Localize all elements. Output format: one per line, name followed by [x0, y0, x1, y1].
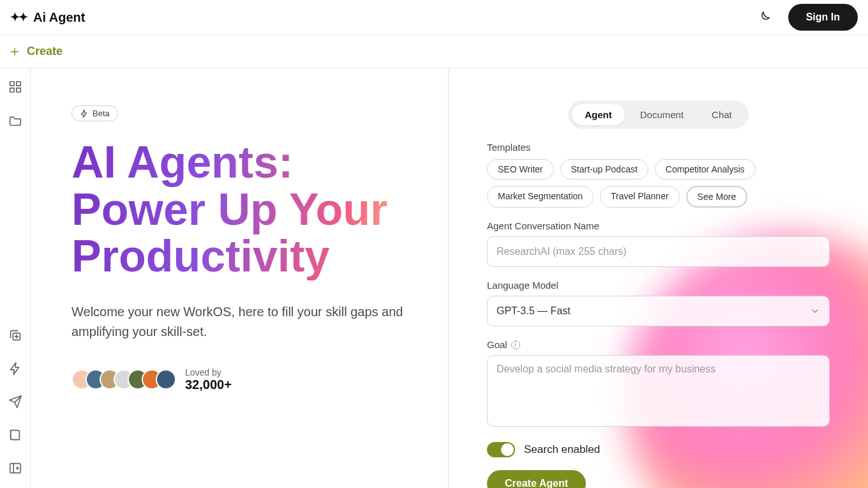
template-seo-writer[interactable]: SEO Writer — [487, 159, 554, 179]
copy-plus-icon[interactable] — [8, 328, 22, 342]
hero-title-line2: Power Up Your — [71, 185, 387, 234]
templates-label: Templates — [487, 142, 830, 153]
hero-title-line3: Productivity — [71, 231, 330, 281]
rail-top-group — [8, 80, 22, 127]
search-enabled-row: Search enabled — [487, 442, 830, 457]
language-model-field: Language Model GPT-3.5 — Fast — [487, 280, 830, 326]
svg-rect-2 — [10, 88, 13, 92]
tab-agent-label: Agent — [585, 109, 612, 120]
templates-chips: SEO Writer Start-up Podcast Competitor A… — [487, 159, 830, 208]
search-enabled-toggle[interactable] — [487, 442, 515, 457]
rail-bottom-group — [8, 328, 22, 488]
toggle-knob — [501, 443, 514, 456]
sign-in-button[interactable]: Sign In — [788, 4, 858, 31]
beta-label: Beta — [93, 109, 110, 118]
panel-collapse-icon[interactable] — [8, 461, 22, 475]
loved-by-section: Loved by 32,000+ — [71, 367, 412, 392]
template-see-more[interactable]: See More — [686, 186, 748, 208]
search-enabled-label: Search enabled — [524, 443, 600, 456]
create-agent-button[interactable]: Create Agent — [487, 470, 586, 488]
beta-badge: Beta — [71, 105, 118, 121]
avatar — [156, 369, 176, 390]
goal-field: Goal i — [487, 339, 830, 429]
send-icon[interactable] — [8, 395, 22, 409]
loved-by-label: Loved by — [185, 367, 232, 377]
moon-icon — [757, 10, 771, 24]
brand-name: Ai Agent — [33, 10, 85, 25]
brand: ✦✦ Ai Agent — [10, 10, 85, 25]
top-right: Sign In — [752, 4, 858, 31]
sparkle-icon: ✦✦ — [10, 11, 27, 23]
template-competitor-analysis[interactable]: Competitor Analysis — [655, 159, 756, 179]
tab-chat-label: Chat — [712, 109, 732, 120]
tab-document[interactable]: Document — [627, 104, 696, 125]
language-model-select[interactable]: GPT-3.5 — Fast — [487, 296, 830, 326]
folder-icon[interactable] — [8, 113, 22, 127]
mode-tabs: Agent Document Chat — [568, 100, 749, 129]
hero-pane: Beta AI Agents: Power Up Your Productivi… — [31, 68, 449, 488]
conv-name-input[interactable] — [487, 236, 830, 267]
avatar-stack — [71, 369, 176, 390]
hero-title: AI Agents: Power Up Your Productivity — [71, 139, 412, 280]
goal-textarea[interactable] — [487, 355, 830, 427]
bolt-small-icon — [80, 109, 89, 118]
config-pane: Agent Document Chat Templates SEO Writer… — [449, 68, 868, 488]
sign-in-label: Sign In — [806, 11, 840, 22]
dashboard-icon[interactable] — [8, 80, 22, 94]
language-model-value: GPT-3.5 — Fast — [497, 305, 571, 317]
templates-field: Templates SEO Writer Start-up Podcast Co… — [487, 142, 830, 208]
conv-name-field: Agent Conversation Name — [487, 220, 830, 267]
bolt-icon[interactable] — [8, 362, 22, 376]
template-startup-podcast[interactable]: Start-up Podcast — [560, 159, 648, 179]
config-inner: Agent Document Chat Templates SEO Writer… — [487, 100, 830, 488]
create-agent-label: Create Agent — [505, 478, 568, 488]
info-icon[interactable]: i — [511, 340, 520, 349]
top-bar: ✦✦ Ai Agent Sign In — [0, 0, 868, 35]
chevron-down-icon — [810, 306, 820, 316]
svg-rect-3 — [16, 88, 20, 92]
tab-chat[interactable]: Chat — [699, 104, 745, 125]
create-label: Create — [27, 45, 63, 58]
language-model-label: Language Model — [487, 280, 830, 291]
plus-icon — [9, 46, 20, 57]
body: Beta AI Agents: Power Up Your Productivi… — [0, 68, 868, 488]
hero-title-line1: AI Agents: — [71, 137, 293, 187]
goal-label: Goal — [487, 339, 507, 350]
tab-document-label: Document — [640, 109, 684, 120]
book-icon[interactable] — [8, 428, 22, 442]
theme-toggle-button[interactable] — [752, 6, 775, 29]
template-travel-planner[interactable]: Travel Planner — [600, 186, 680, 208]
hero-subtitle: Welcome your new WorkOS, here to fill yo… — [71, 302, 403, 342]
secondary-bar[interactable]: Create — [0, 35, 868, 68]
loved-count: 32,000+ — [185, 377, 232, 392]
tab-agent[interactable]: Agent — [572, 104, 625, 125]
template-market-segmentation[interactable]: Market Segmentation — [487, 186, 594, 208]
svg-rect-1 — [16, 82, 20, 86]
conv-name-label: Agent Conversation Name — [487, 220, 830, 231]
sidebar-rail — [0, 68, 31, 488]
loved-text: Loved by 32,000+ — [185, 367, 232, 392]
svg-rect-0 — [10, 82, 13, 86]
